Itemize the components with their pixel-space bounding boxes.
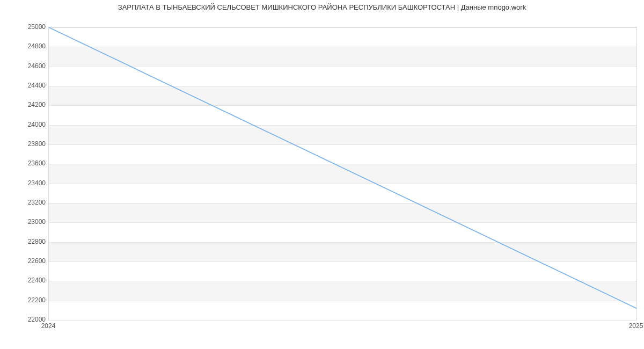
- y-tick-label: 22800: [13, 238, 46, 245]
- x-tick-label: 2024: [41, 322, 56, 330]
- chart-container: ЗАРПЛАТА В ТЫНБАЕВСКИЙ СЕЛЬСОВЕТ МИШКИНС…: [0, 0, 644, 349]
- x-tick-label: 2025: [629, 322, 643, 330]
- y-tick-label: 24400: [13, 82, 46, 89]
- y-tick-label: 24600: [13, 62, 46, 70]
- series-line: [49, 27, 636, 308]
- y-tick-label: 23200: [13, 199, 46, 206]
- y-tick-label: 22200: [13, 296, 46, 304]
- y-tick-label: 24000: [13, 121, 46, 128]
- gridline: [49, 320, 636, 321]
- y-tick-label: 23000: [13, 218, 46, 226]
- y-tick-label: 22600: [13, 257, 46, 265]
- y-tick-label: 25000: [13, 23, 46, 31]
- chart-title: ЗАРПЛАТА В ТЫНБАЕВСКИЙ СЕЛЬСОВЕТ МИШКИНС…: [0, 3, 644, 11]
- y-tick-label: 24800: [13, 42, 46, 50]
- y-tick-label: 23600: [13, 159, 46, 167]
- y-tick-label: 24200: [13, 101, 46, 108]
- y-tick-label: 23800: [13, 140, 46, 148]
- plot-area: [48, 27, 637, 321]
- y-tick-label: 23400: [13, 179, 46, 187]
- line-layer: [49, 27, 636, 320]
- y-tick-label: 22400: [13, 277, 46, 284]
